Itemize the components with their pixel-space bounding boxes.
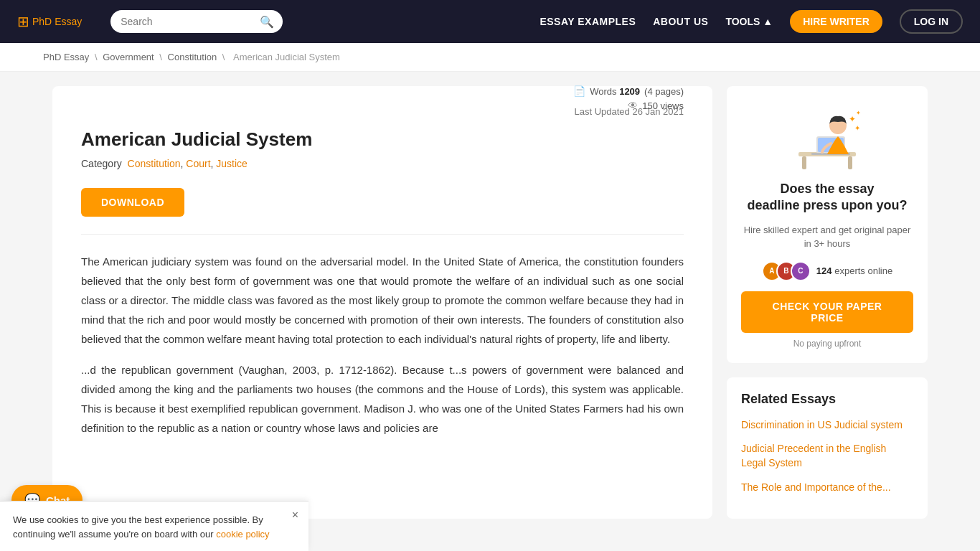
article-category: Category Constitution, Court, Justice: [81, 158, 312, 169]
experts-row: A B C 124 experts online: [741, 261, 913, 281]
category-court[interactable]: Court: [186, 158, 210, 169]
related-link-3[interactable]: The Role and Importance of the...: [741, 481, 913, 495]
body-paragraph-1: The American judiciary system was found …: [81, 252, 684, 349]
category-constitution[interactable]: Constitution: [128, 158, 181, 169]
breadcrumb-sep-1: \: [95, 52, 100, 62]
nav-essay-examples[interactable]: ESSAY EXAMPLES: [540, 16, 636, 27]
svg-text:✦: ✦: [856, 110, 861, 116]
nav-tools[interactable]: TOOLS ▲: [725, 16, 773, 27]
article-body: The American judiciary system was found …: [81, 252, 684, 438]
chevron-down-icon: ▲: [763, 16, 773, 27]
breadcrumb-sep-2: \: [159, 52, 164, 62]
nav-about-us[interactable]: ABOUT US: [653, 16, 708, 27]
tools-label: TOOLS: [725, 16, 760, 27]
related-essays-panel: Related Essays Discrimination in US Judi…: [727, 377, 928, 519]
sidebar: ✦ ✦ ✦ Does the essay deadline press upon…: [727, 86, 928, 519]
cta-subtitle: Hire skilled expert and get original pap…: [741, 223, 913, 251]
related-link-2[interactable]: Judicial Precedent in the English Legal …: [741, 442, 913, 470]
body-paragraph-2: ...d the republican government (Vaughan,…: [81, 360, 684, 438]
cookie-banner: × We use cookies to give you the best ex…: [0, 501, 308, 533]
sidebar-cta: ✦ ✦ ✦ Does the essay deadline press upon…: [727, 86, 928, 363]
category-justice[interactable]: Justice: [216, 158, 248, 169]
breadcrumb: PhD Essay \ Government \ Constitution \ …: [0, 43, 980, 72]
article-stats: 📄 Words 1209 (4 pages) 👁 150 views: [573, 85, 684, 111]
breadcrumb-item-home[interactable]: PhD Essay: [43, 52, 89, 62]
sidebar-illustration: ✦ ✦ ✦: [784, 100, 870, 172]
svg-rect-2: [848, 156, 852, 169]
breadcrumb-current: American Judicial System: [233, 52, 340, 62]
login-button[interactable]: LOG IN: [900, 9, 963, 34]
breadcrumb-sep-3: \: [222, 52, 227, 62]
experts-text: 124 experts online: [816, 265, 892, 276]
hire-writer-button[interactable]: HIRE WRITER: [790, 10, 882, 33]
no-upfront-text: No paying upfront: [741, 339, 913, 349]
cta-title: Does the essay deadline press upon you?: [741, 181, 913, 215]
word-count-row: 📄 Words 1209 (4 pages): [573, 85, 684, 97]
download-button[interactable]: DOWNLOAD: [81, 188, 184, 217]
expert-avatars: A B C: [762, 261, 811, 281]
document-icon: 📄: [573, 85, 585, 97]
site-header: ⊞ PhD Essay 🔍 ESSAY EXAMPLES ABOUT US TO…: [0, 0, 980, 43]
views-row: 👁 150 views: [628, 100, 684, 111]
eye-icon: 👁: [628, 100, 638, 111]
search-input[interactable]: [110, 10, 283, 33]
svg-text:✦: ✦: [854, 124, 860, 132]
svg-rect-1: [802, 156, 806, 169]
main-nav: ESSAY EXAMPLES ABOUT US TOOLS ▲ HIRE WRI…: [540, 9, 963, 34]
avatar-3: C: [791, 261, 811, 281]
breadcrumb-item-constitution[interactable]: Constitution: [168, 52, 217, 62]
article-header-left: American Judicial System Category Consti…: [81, 128, 312, 181]
logo-icon: ⊞: [17, 13, 29, 30]
main-layout: Last Updated 26 Jan 2021 American Judici…: [24, 86, 956, 519]
cookie-close-button[interactable]: ×: [292, 509, 298, 522]
svg-text:✦: ✦: [849, 114, 856, 124]
logo[interactable]: ⊞ PhD Essay: [17, 13, 82, 30]
search-wrapper: 🔍: [110, 10, 283, 33]
search-icon: 🔍: [260, 15, 274, 29]
check-price-button[interactable]: CHECK YOUR PAPER PRICE: [741, 291, 913, 333]
breadcrumb-item-government[interactable]: Government: [103, 52, 154, 62]
cookie-policy-link[interactable]: cookie policy: [216, 529, 269, 534]
article-title: American Judicial System: [81, 128, 312, 151]
cookie-text: We use cookies to give you the best expe…: [13, 514, 270, 533]
related-essays-title: Related Essays: [741, 392, 913, 407]
logo-text: PhD Essay: [32, 16, 82, 27]
related-link-1[interactable]: Discrimination in US Judicial system: [741, 418, 913, 433]
article-card: Last Updated 26 Jan 2021 American Judici…: [52, 86, 712, 519]
